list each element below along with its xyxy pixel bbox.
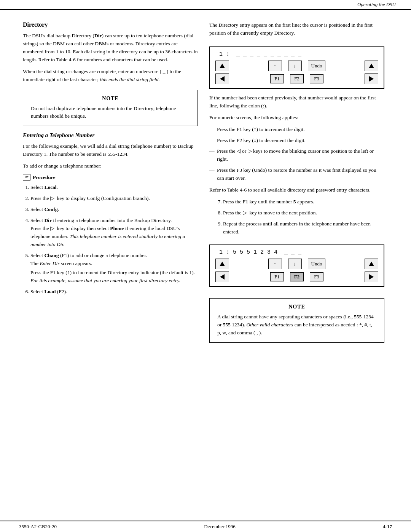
lcd1-btn-up-left — [215, 61, 229, 71]
right-para-if: If the number had been entered previousl… — [209, 94, 384, 110]
lcd1-f2: F2 — [290, 74, 304, 83]
tri-left-icon-2 — [220, 274, 225, 280]
left-para3: For the following example, we will add a… — [23, 142, 198, 158]
lcd1-btn-up-right — [365, 61, 378, 71]
bullet-3: Press the ◁ or ▷ keys to move the blinki… — [209, 147, 384, 163]
lcd1-btn-inc: ↑ — [268, 61, 282, 71]
lcd2-row2: F1 F2 F3 — [215, 272, 378, 282]
step-4: Select Dir if entering a telephone numbe… — [30, 217, 198, 249]
lcd1-btn-right — [365, 73, 378, 84]
tri-right-icon-2 — [369, 274, 374, 280]
lcd2-display: 1 : 5 5 5 1 2 3 4 _ _ _ — [215, 249, 378, 256]
lcd1-display: 1 : _ _ _ _ _ _ _ _ _ _ — [215, 51, 378, 58]
procedure-steps: Select Local. Press the ▷ key to display… — [30, 184, 198, 296]
right-para-numeric: For numeric screens, the following appli… — [209, 114, 384, 122]
lcd2-f3: F3 — [310, 272, 323, 281]
lcd1-f1: F1 — [270, 74, 284, 83]
lcd2-btn-up-left — [215, 259, 229, 269]
step-2: Press the ▷ key to display Confg (Config… — [30, 195, 198, 203]
right-note-title: NOTE — [217, 304, 376, 310]
left-para1: The DSU's dial backup Directory (Dir) ca… — [23, 32, 198, 64]
tri-left-icon — [220, 76, 225, 81]
page: Operating the DSU Directory The DSU's di… — [0, 0, 411, 532]
step-1: Select Local. — [30, 184, 198, 192]
triangle-up-icon-3 — [220, 262, 225, 266]
header-title: Operating the DSU — [357, 2, 396, 8]
footer-center: December 1996 — [204, 524, 236, 530]
triangle-up-icon — [220, 64, 225, 68]
footer-bar: 3550-A2-GB20-20 December 1996 4-17 — [0, 521, 411, 532]
lcd2-btn-inc: ↑ — [268, 259, 282, 269]
footer-page: 4-17 — [383, 524, 392, 530]
step-6: Select Load (F2). — [30, 288, 198, 296]
left-note-box: NOTE Do not load duplicate telephone num… — [23, 90, 198, 126]
lcd1-f3: F3 — [310, 74, 323, 83]
lcd1-btn-dec: ↓ — [288, 61, 302, 71]
lcd2-btn-left — [215, 272, 229, 282]
lcd2-btn-undo: Undo — [308, 259, 326, 269]
right-intro: The Directory entry appears on the first… — [209, 21, 384, 37]
subsection-title: Entering a Telephone Number — [23, 132, 198, 139]
left-para2: When the dial string or changes are comp… — [23, 68, 198, 84]
lcd-diagram-1: 1 : _ _ _ _ _ _ _ _ _ _ ↑ ↓ Undo — [209, 46, 384, 89]
procedure-icon: ☞ — [23, 174, 30, 181]
step-5-f1: Press the F1 key (↑) to increment the Di… — [30, 269, 198, 285]
step-5: Select Chang (F1) to add or change a tel… — [30, 252, 198, 285]
bullet-2: Press the F2 key (↓) to decrement the di… — [209, 137, 384, 145]
lcd2-btn-dec: ↓ — [288, 259, 302, 269]
procedure-label: Procedure — [33, 174, 55, 181]
lcd2-btn-right — [365, 272, 378, 282]
lcd1-btn-undo: Undo — [308, 61, 326, 71]
lcd1-row1: ↑ ↓ Undo — [215, 61, 378, 71]
triangle-up-icon-4 — [369, 262, 374, 266]
lcd2-f1: F1 — [270, 272, 284, 281]
triangle-up-icon-2 — [369, 64, 374, 68]
step-9: Repeat the process until all numbers in … — [223, 220, 384, 236]
section-title: Directory — [23, 21, 198, 28]
continued-steps: Press the F1 key until the number 5 appe… — [217, 198, 384, 236]
bullet-1: Press the F1 key (↑) to increment the di… — [209, 126, 384, 134]
right-note-box: NOTE A dial string cannot have any separ… — [209, 298, 384, 343]
lcd2-btn-up-right — [365, 259, 378, 269]
main-content: Directory The DSU's dial backup Director… — [0, 10, 411, 360]
tri-right-icon — [369, 76, 374, 81]
header-bar: Operating the DSU — [0, 0, 411, 10]
lcd2-f2: F2 — [290, 272, 304, 281]
footer-left: 3550-A2-GB20-20 — [19, 524, 57, 530]
left-note-text: Do not load duplicate telephone numbers … — [31, 105, 190, 121]
step-5-screen: The Enter Dir screen appears. — [30, 260, 198, 268]
left-note-title: NOTE — [31, 96, 190, 102]
lcd2-row1: ↑ ↓ Undo — [215, 259, 378, 269]
step-3: Select Confg. — [30, 206, 198, 214]
step-7: Press the F1 key until the number 5 appe… — [223, 198, 384, 206]
lcd1-row2: F1 F2 F3 — [215, 73, 378, 84]
right-para-refer: Refer to Table 4-6 to see all available … — [209, 186, 384, 194]
procedure-header: ☞ Procedure — [23, 174, 198, 181]
right-note-text: A dial string cannot have any separating… — [217, 313, 376, 337]
right-column: The Directory entry appears on the first… — [209, 21, 384, 349]
left-para4: To add or change a telephone number: — [23, 162, 198, 170]
step-4-cont: Press the ▷ key to display then select P… — [30, 225, 198, 249]
bullet-4: Press the F3 key (Undo) to restore the n… — [209, 166, 384, 182]
bullet-list: Press the F1 key (↑) to increment the di… — [209, 126, 384, 183]
step-8: Press the ▷ key to move to the next posi… — [223, 209, 384, 217]
lcd1-btn-left — [215, 73, 229, 84]
lcd-diagram-2: 1 : 5 5 5 1 2 3 4 _ _ _ ↑ ↓ Undo — [209, 244, 384, 287]
left-column: Directory The DSU's dial backup Director… — [23, 21, 198, 349]
